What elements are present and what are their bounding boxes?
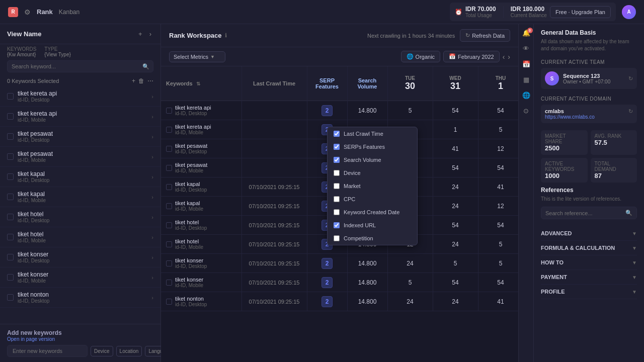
list-item[interactable]: tiket kereta api id-ID, Desktop › bbox=[0, 86, 160, 107]
kw-checkbox[interactable] bbox=[7, 194, 14, 200]
metric-checkbox[interactable] bbox=[334, 196, 340, 202]
location-filter-button[interactable]: Location bbox=[116, 346, 142, 356]
table-row[interactable]: tiket konser id-ID, Desktop 07/10/2021 0… bbox=[161, 254, 518, 273]
metric-checkbox[interactable] bbox=[334, 209, 340, 215]
row-checkbox[interactable] bbox=[166, 146, 172, 152]
toggle-rail-icon[interactable]: ⊙ bbox=[523, 107, 529, 115]
new-keyword-input[interactable] bbox=[7, 345, 88, 357]
row-checkbox[interactable] bbox=[166, 184, 172, 190]
globe-rail-icon[interactable]: 🌐 bbox=[522, 92, 530, 99]
search-reference[interactable]: 🔍 bbox=[541, 207, 637, 219]
prev-month-button[interactable]: ‹ bbox=[503, 53, 505, 61]
kw-checkbox[interactable] bbox=[7, 173, 14, 180]
kw-checkbox[interactable] bbox=[7, 274, 14, 281]
metric-option[interactable]: Competition bbox=[328, 232, 417, 245]
upgrade-button[interactable]: Free · Upgrade Plan bbox=[550, 6, 611, 18]
list-item[interactable]: tiket hotel id-ID, Mobile › bbox=[0, 227, 160, 247]
calendar-rail-icon[interactable]: 📅 bbox=[522, 60, 530, 68]
metric-option[interactable]: Indexed URL bbox=[328, 219, 417, 232]
kw-expand-icon: › bbox=[151, 254, 153, 260]
list-item[interactable]: tiket kapal id-ID, Mobile › bbox=[0, 187, 160, 207]
profile-label: PROFILE bbox=[541, 289, 565, 295]
metric-checkbox[interactable] bbox=[334, 235, 340, 241]
metric-checkbox[interactable] bbox=[334, 131, 340, 137]
more-keyword-action[interactable]: ⋯ bbox=[147, 77, 153, 84]
keyword-search-input[interactable] bbox=[7, 60, 153, 72]
row-checkbox[interactable] bbox=[166, 299, 172, 305]
domain-url[interactable]: https://www.cmlabs.co bbox=[545, 114, 633, 120]
list-item[interactable]: tiket nonton id-ID, Desktop › bbox=[0, 288, 160, 308]
search-reference-input[interactable] bbox=[545, 210, 622, 216]
user-avatar[interactable]: A bbox=[622, 5, 636, 19]
kw-checkbox[interactable] bbox=[7, 113, 14, 120]
kw-checkbox[interactable] bbox=[7, 294, 14, 301]
kw-checkbox[interactable] bbox=[7, 214, 14, 220]
notification-rail-icon[interactable]: 🔔 0 bbox=[522, 29, 530, 37]
add-keyword-action[interactable]: + bbox=[132, 77, 135, 84]
day30-cell: 24 bbox=[387, 292, 433, 311]
metric-option[interactable]: CPC bbox=[328, 193, 417, 206]
metric-option[interactable]: Device bbox=[328, 166, 417, 179]
row-checkbox[interactable] bbox=[166, 165, 172, 171]
row-checkbox[interactable] bbox=[166, 280, 172, 286]
metric-checkbox[interactable] bbox=[334, 183, 340, 189]
list-item[interactable]: tiket pesawat id-ID, Mobile › bbox=[0, 147, 160, 167]
row-checkbox[interactable] bbox=[166, 222, 172, 228]
row-checkbox[interactable] bbox=[166, 260, 172, 266]
list-item[interactable]: tiket kereta api id-ID, Mobile › bbox=[0, 107, 160, 127]
eye-rail-icon[interactable]: 👁 bbox=[523, 45, 529, 52]
general-data-sub: All data shown are affected by the team … bbox=[541, 38, 637, 52]
nav-right-button[interactable]: › bbox=[147, 29, 153, 39]
settings-icon[interactable]: ⚙ bbox=[24, 8, 31, 16]
kw-cell-info: tiket nonton id-ID, Desktop bbox=[175, 296, 207, 307]
domain-name: cmlabs bbox=[545, 108, 633, 114]
profile-accordion-header[interactable]: PROFILE ▼ bbox=[541, 289, 637, 295]
device-filter-button[interactable]: Device bbox=[91, 346, 113, 356]
table-row[interactable]: tiket kereta api id-ID, Desktop 2 14.800… bbox=[161, 101, 518, 120]
formula-accordion-header[interactable]: FORMULA & CALCULATION ▼ bbox=[541, 245, 637, 251]
select-metrics-button[interactable]: Select Metrics ▼ bbox=[169, 51, 225, 62]
row-checkbox[interactable] bbox=[166, 241, 172, 247]
next-month-button[interactable]: › bbox=[508, 53, 510, 61]
metric-checkbox[interactable] bbox=[334, 144, 340, 150]
list-item[interactable]: tiket konser id-ID, Desktop › bbox=[0, 247, 160, 267]
vol-cell: 14.800 bbox=[347, 101, 387, 120]
table-row[interactable]: tiket konser id-ID, Mobile 07/10/2021 09… bbox=[161, 273, 518, 292]
domain-refresh-icon[interactable]: ↻ bbox=[628, 108, 633, 115]
payment-accordion-header[interactable]: PAYMENT ▼ bbox=[541, 274, 637, 280]
metric-label: SERPs Features bbox=[344, 144, 385, 150]
month-filter[interactable]: 📅 February 2022 bbox=[443, 51, 500, 62]
advanced-accordion-header[interactable]: ADVANCED ▼ bbox=[541, 230, 637, 236]
metric-option[interactable]: Search Volume bbox=[328, 153, 417, 166]
list-item[interactable]: tiket pesawat id-ID, Desktop › bbox=[0, 127, 160, 147]
table-row[interactable]: tiket nonton id-ID, Desktop 07/10/2021 0… bbox=[161, 292, 518, 311]
list-item[interactable]: tiket kapal id-ID, Desktop › bbox=[0, 167, 160, 187]
howto-accordion-header[interactable]: HOW TO ▼ bbox=[541, 259, 637, 265]
team-refresh-icon[interactable]: ↻ bbox=[628, 75, 633, 82]
kw-sub: id-ID, Desktop bbox=[18, 97, 151, 103]
metric-option[interactable]: Market bbox=[328, 179, 417, 193]
metric-option[interactable]: SERPs Features bbox=[328, 140, 417, 153]
grid-rail-icon[interactable]: ▦ bbox=[523, 76, 529, 83]
metric-checkbox[interactable] bbox=[334, 222, 340, 228]
row-checkbox[interactable] bbox=[166, 203, 172, 209]
metric-checkbox[interactable] bbox=[334, 157, 340, 163]
list-item[interactable]: tiket hotel id-ID, Desktop › bbox=[0, 207, 160, 227]
row-checkbox[interactable] bbox=[166, 127, 172, 133]
open-page-version-link[interactable]: Open in page version bbox=[7, 336, 153, 342]
kw-checkbox[interactable] bbox=[7, 234, 14, 240]
kw-checkbox[interactable] bbox=[7, 254, 14, 260]
add-view-button[interactable]: + bbox=[136, 29, 144, 39]
row-checkbox[interactable] bbox=[166, 108, 172, 114]
workspace-info-icon[interactable]: ℹ bbox=[225, 32, 227, 39]
kw-checkbox[interactable] bbox=[7, 153, 14, 160]
list-item[interactable]: tiket konser id-ID, Mobile › bbox=[0, 267, 160, 288]
kw-checkbox[interactable] bbox=[7, 133, 14, 140]
metric-option[interactable]: Keyword Created Date bbox=[328, 206, 417, 219]
kw-checkbox[interactable] bbox=[7, 93, 14, 100]
delete-keyword-action[interactable]: 🗑 bbox=[138, 77, 144, 84]
organic-filter[interactable]: 🌐 Organic bbox=[401, 51, 441, 62]
refresh-data-button[interactable]: ↻ Refresh Data bbox=[460, 29, 510, 42]
metric-checkbox[interactable] bbox=[334, 170, 340, 176]
metric-option[interactable]: Last Crawl Time bbox=[328, 127, 417, 140]
